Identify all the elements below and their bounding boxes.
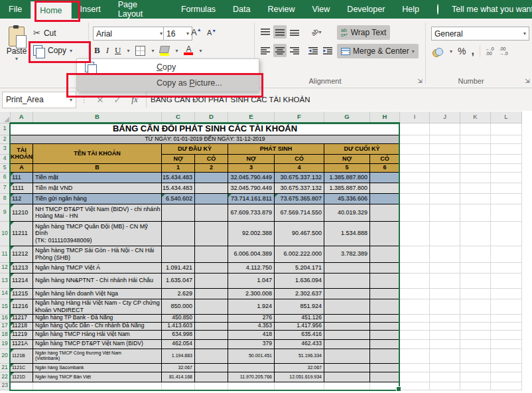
cell-period-debit[interactable]: 276 (228, 314, 275, 322)
cell-period-credit[interactable]: 1.636.094 (275, 273, 324, 288)
cell-opening-debit[interactable] (162, 204, 195, 221)
cell-closing-credit[interactable] (370, 339, 400, 349)
formula-bar-grip[interactable]: ⋮ (80, 96, 88, 104)
empty-cell[interactable] (491, 322, 522, 330)
empty-cell[interactable] (430, 349, 460, 363)
empty-cell[interactable] (430, 363, 460, 372)
empty-cell[interactable] (460, 339, 491, 349)
empty-cell[interactable] (400, 204, 430, 221)
empty-cell[interactable] (460, 330, 491, 339)
header-opening[interactable]: DƯ ĐẦU KỲ (162, 143, 228, 154)
empty-cell[interactable] (33, 382, 162, 390)
cell-closing-credit[interactable] (370, 314, 400, 322)
empty-cell[interactable] (195, 382, 228, 390)
row-header-2[interactable]: 2 (0, 135, 10, 143)
sheet-title[interactable]: BẢNG CÂN ĐỐI PHÁT SINH CÁC TÀI KHOẢN (10, 123, 400, 135)
column-header-H[interactable]: H (370, 112, 400, 123)
cell-opening-credit[interactable] (195, 372, 228, 382)
tab-formulas[interactable]: Formulas (172, 0, 224, 19)
empty-cell[interactable] (491, 123, 522, 135)
cell-opening-credit[interactable] (195, 262, 228, 273)
cell-opening-debit[interactable]: 2.629 (162, 288, 195, 299)
align-right-button[interactable] (288, 44, 301, 57)
empty-cell[interactable] (430, 154, 460, 163)
cell-period-debit[interactable]: 32.045.790.449 (228, 183, 275, 193)
paste-button[interactable]: Paste ▾ (4, 25, 29, 84)
column-header-K[interactable]: K (460, 112, 491, 123)
copy-caret-icon[interactable]: ▾ (70, 48, 72, 54)
row-header-20[interactable]: 20 (0, 349, 10, 363)
cell-account[interactable]: 11216 (10, 299, 33, 314)
cell-closing-debit[interactable]: 1.385.887.800 (324, 183, 370, 193)
cell-account[interactable]: 1121C (10, 363, 33, 372)
header-index[interactable]: 6 (370, 163, 400, 172)
header-index[interactable]: A (10, 163, 33, 172)
header-debit[interactable]: NỢ (162, 154, 195, 163)
cell-opening-debit[interactable]: 1.194.883 (162, 349, 195, 363)
cell-closing-debit[interactable] (324, 349, 370, 363)
cell-closing-debit[interactable] (324, 363, 370, 372)
empty-cell[interactable] (275, 382, 324, 390)
row-header-7[interactable]: 7 (0, 183, 10, 193)
accounting-caret-icon[interactable]: ▾ (450, 48, 452, 54)
cell-opening-debit[interactable]: 1.091.421 (162, 262, 195, 273)
cell-period-credit[interactable]: 32.067 (275, 363, 324, 372)
empty-cell[interactable] (491, 372, 522, 382)
cell-closing-credit[interactable] (370, 288, 400, 299)
cell-period-debit[interactable]: 6.006.004.389 (228, 246, 275, 262)
row-header-10[interactable]: 10 (0, 221, 10, 246)
merge-center-button[interactable]: Merge & Center ▾ (337, 44, 419, 58)
empty-cell[interactable] (491, 143, 522, 154)
align-middle-button[interactable] (273, 25, 287, 39)
cell-closing-debit[interactable]: 1.534.888 (324, 221, 370, 246)
cell-period-credit[interactable]: 12.051.619.934 (275, 372, 324, 382)
tab-developer[interactable]: Developer (338, 0, 393, 19)
borders-caret-icon[interactable]: ▾ (151, 48, 154, 54)
cell-name[interactable]: Ngân hàng liên doanh Việt Nga (33, 288, 162, 299)
empty-cell[interactable] (400, 246, 430, 262)
cell-name[interactable]: Ngân hàng NN&PTNT - Chi nhánh Hải Châu (33, 273, 162, 288)
row-header-18[interactable]: 18 (0, 330, 10, 339)
cell-period-credit[interactable]: 635.416 (275, 330, 324, 339)
cell-name[interactable]: NH TMCP ĐT&PT Việt Nam (BIDV) - chi nhán… (33, 204, 162, 221)
header-index[interactable]: 3 (228, 163, 275, 172)
empty-cell[interactable] (460, 221, 491, 246)
paste-caret-icon[interactable]: ▾ (4, 56, 29, 62)
cell-account[interactable]: 111 (10, 172, 33, 183)
cell-name[interactable]: Ngân hàng TP Bank - Đà Nẵng (33, 314, 162, 322)
column-header-E[interactable]: E (228, 112, 275, 123)
cell-opening-credit[interactable] (195, 183, 228, 193)
underline-button[interactable]: U (115, 45, 121, 56)
row-header-22[interactable]: 22 (0, 372, 10, 382)
cell-period-credit[interactable]: 1.417.956 (275, 322, 324, 330)
accounting-format-button[interactable] (432, 46, 444, 56)
cell-period-debit[interactable]: 2.300.008 (228, 288, 275, 299)
cell-period-credit[interactable]: 30.675.337.132 (275, 183, 324, 193)
font-name-caret-icon[interactable]: ▾ (160, 31, 163, 37)
empty-cell[interactable] (10, 382, 33, 390)
cell-period-debit[interactable]: 92.002.388 (228, 221, 275, 246)
empty-cell[interactable] (400, 262, 430, 273)
cell-period-credit[interactable]: 851.924 (275, 299, 324, 314)
empty-cell[interactable] (400, 372, 430, 382)
empty-cell[interactable] (460, 172, 491, 183)
row-header-14[interactable]: 14 (0, 288, 10, 299)
header-credit[interactable]: CÓ (195, 154, 228, 163)
empty-cell[interactable] (460, 135, 491, 143)
bold-button[interactable]: B (94, 45, 100, 56)
tab-help[interactable]: Help (393, 0, 428, 19)
cell-name[interactable]: Ngân hàng TMCP Sài Gòn - Hà Nội - CN Hải… (33, 246, 162, 262)
header-debit[interactable]: NỢ (228, 154, 275, 163)
empty-cell[interactable] (430, 204, 460, 221)
cell-closing-credit[interactable] (370, 322, 400, 330)
cell-opening-debit[interactable]: 634.998 (162, 330, 195, 339)
empty-cell[interactable] (400, 154, 430, 163)
column-header-C[interactable]: C (162, 112, 195, 123)
cell-closing-credit[interactable] (370, 193, 400, 204)
cell-name[interactable]: Tiền mặt (33, 172, 162, 183)
fill-color-button[interactable] (160, 46, 169, 56)
cell-closing-debit[interactable] (324, 330, 370, 339)
row-header-17[interactable]: 17 (0, 322, 10, 330)
column-header-I[interactable]: I (400, 112, 430, 123)
empty-cell[interactable] (491, 339, 522, 349)
